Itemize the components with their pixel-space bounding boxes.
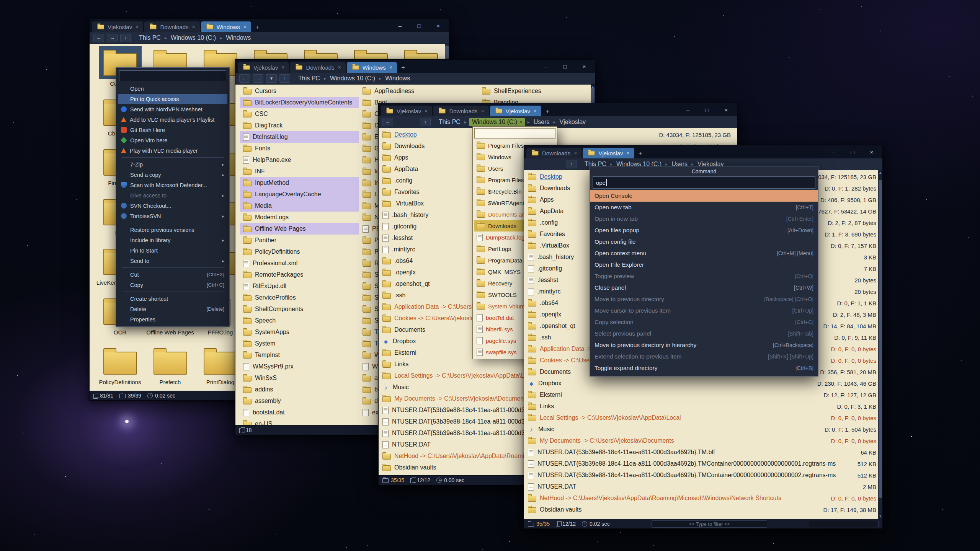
tab-bar[interactable]: Vjekoslav×Downloads×Windows×+–□× <box>235 60 595 73</box>
scrollbar-thumb[interactable] <box>879 180 882 498</box>
minimize-button[interactable]: – <box>543 63 549 70</box>
maximize-button[interactable]: □ <box>704 107 710 113</box>
tab-vjekoslav[interactable]: Vjekoslav× <box>381 106 432 116</box>
nav-back-button[interactable]: ← <box>382 118 393 126</box>
command-item-copy-selection[interactable]: Copy selection[Ctrl+C] <box>590 316 818 328</box>
file-row[interactable]: SystemApps <box>240 326 359 338</box>
scroll-down-icon[interactable]: ▼ <box>878 514 882 519</box>
breadcrumb-this-pc[interactable]: This PC <box>437 118 462 126</box>
nav-up-button[interactable]: ↑ <box>279 74 290 83</box>
tab-windows[interactable]: Windows× <box>201 21 251 32</box>
breadcrumb-windows-10-c[interactable]: Windows 10 (C:)▾ <box>469 118 525 126</box>
file-row[interactable]: Panther <box>240 235 359 246</box>
file-row[interactable]: assembly <box>240 395 359 407</box>
menu-item-tortoisesvn[interactable]: TortoiseSVN▸ <box>118 211 227 221</box>
scroll-up-icon[interactable]: ▲ <box>878 170 882 175</box>
command-item-open-console[interactable]: Open Console <box>590 190 818 202</box>
breadcrumb-windows[interactable]: Windows <box>224 34 252 42</box>
nav-back-button[interactable]: ← <box>239 74 250 83</box>
tab-close-icon[interactable]: × <box>534 108 537 114</box>
file-row[interactable]: EksterniD: 12, F: 127, 12 GB <box>524 389 882 401</box>
menu-item-send-with-nordvpn-meshnet[interactable]: Send with NordVPN Meshnet <box>118 104 227 114</box>
new-tab-button[interactable]: + <box>635 148 645 158</box>
breadcrumb-vjekoslav[interactable]: Vjekoslav <box>558 118 587 126</box>
file-row[interactable]: NTUSER.DAT2 MB <box>524 481 882 492</box>
close-button[interactable]: × <box>435 23 441 29</box>
menu-item-play-with-vlc-media-player[interactable]: Play with VLC media player <box>118 145 227 156</box>
file-row[interactable]: ◆DropboxD: 230, F: 1043, 46 GB <box>524 378 882 389</box>
command-item-toggle-expand-directory[interactable]: Toggle expand directory[Ctrl+B] <box>590 362 818 374</box>
file-row[interactable]: WinSxS <box>240 372 359 384</box>
maximize-button[interactable]: □ <box>849 149 856 155</box>
file-row[interactable]: HelpPane.exe <box>240 154 359 166</box>
menu-item-pin-to-start[interactable]: Pin to Start <box>118 245 227 256</box>
command-input[interactable]: ope <box>593 176 815 189</box>
tab-bar[interactable]: Vjekoslav×Downloads×Vjekoslav×+–□× <box>379 103 737 116</box>
breadcrumb-windows[interactable]: Windows <box>384 75 412 82</box>
new-tab-button[interactable]: + <box>252 22 262 32</box>
tab-downloads[interactable]: Downloads× <box>526 148 581 158</box>
command-item-select-previous-panel[interactable]: Select previous panel[Shift+Tab] <box>590 328 818 339</box>
file-row[interactable]: bootstat.dat <box>240 407 359 418</box>
file-row[interactable]: NTUSER.DAT{53b39e88-18c4-11ea-a811-000d3… <box>524 447 882 458</box>
tab-vjekoslav[interactable]: Vjekoslav× <box>583 148 634 158</box>
nav-fwd-button[interactable]: → <box>107 34 118 42</box>
tab-downloads[interactable]: Downloads× <box>433 106 488 116</box>
tab-close-icon[interactable]: × <box>192 24 195 30</box>
file-row[interactable]: Cursors <box>240 85 359 97</box>
file-row[interactable]: LinksD: 0, F: 3, 1 KB <box>524 401 882 412</box>
maximize-button[interactable]: □ <box>562 63 568 70</box>
file-row[interactable]: BitLockerDiscoveryVolumeContents <box>240 97 359 108</box>
close-button[interactable]: × <box>723 107 729 113</box>
file-row[interactable]: LanguageOverlayCache <box>240 189 359 200</box>
file-row[interactable]: addins <box>240 384 359 395</box>
menu-item-cut[interactable]: Cut[Ctrl+X] <box>118 269 227 280</box>
file-row[interactable]: Professional.xml <box>240 258 359 269</box>
file-row[interactable]: AppReadiness <box>359 85 478 97</box>
status-input[interactable] <box>809 521 879 527</box>
menu-item-pin-to-quick-access[interactable]: Pin to Quick access <box>118 94 227 104</box>
tab-windows[interactable]: Windows× <box>347 62 397 73</box>
menu-item-git-bash-here[interactable]: Git Bash Here <box>118 125 227 135</box>
command-item-extend-selection-to-previous-item[interactable]: Extend selection to previous item[Shift+… <box>590 351 818 362</box>
breadcrumb-windows-10-c[interactable]: Windows 10 (C:) <box>328 75 377 82</box>
tab-close-icon[interactable]: × <box>627 150 630 156</box>
dropdown-filter-input[interactable] <box>474 128 555 139</box>
tab-downloads[interactable]: Downloads× <box>290 62 345 73</box>
grid-item[interactable]: PolicyDefinitions <box>95 345 145 391</box>
nav-up-button[interactable]: ↑ <box>120 34 131 42</box>
scrollbar[interactable]: ▲▼ <box>878 170 882 519</box>
menu-item-add-to-vlc-media-player-s-playlist[interactable]: Add to VLC media player's Playlist <box>118 114 227 125</box>
tab-vjekoslav[interactable]: Vjekoslav× <box>490 106 541 116</box>
filter-box[interactable]: >> Type to filter << <box>652 520 767 528</box>
command-item-move-to-previous-directory[interactable]: Move to previous directory[Backspace] [C… <box>590 293 818 305</box>
menu-item-copy[interactable]: Copy[Ctrl+C] <box>118 280 227 290</box>
menu-item-properties[interactable]: Properties <box>118 314 227 324</box>
tab-close-icon[interactable]: × <box>281 64 284 70</box>
file-row[interactable]: System <box>240 338 359 349</box>
maximize-button[interactable]: □ <box>416 23 422 29</box>
menu-item-7-zip[interactable]: 7-Zip▸ <box>118 159 227 170</box>
minimize-button[interactable]: – <box>397 23 403 29</box>
minimize-button[interactable]: – <box>830 149 836 155</box>
nav-back-button[interactable]: ← <box>93 34 104 42</box>
file-row[interactable]: InputMethod <box>240 177 359 189</box>
file-row[interactable]: ShellComponents <box>240 303 359 315</box>
menu-item-create-shortcut[interactable]: Create shortcut <box>118 293 227 304</box>
context-menu-filter-input[interactable] <box>119 70 226 81</box>
menu-item-open[interactable]: Open <box>118 83 227 94</box>
breadcrumb-users[interactable]: Users <box>532 118 551 126</box>
file-row[interactable]: DesktopD: 43034, F: 125185, 23 GB <box>379 129 737 140</box>
tab-vjekoslav[interactable]: Vjekoslav× <box>92 21 143 32</box>
command-item-move-to-previous-directory-in-hierarchy[interactable]: Move to previous directory in hierarchy[… <box>590 339 818 351</box>
file-row[interactable]: Speech <box>240 315 359 326</box>
file-row[interactable]: ♪MusicD: 0, F: 1, 504 bytes <box>524 424 882 435</box>
command-item-open-config-file[interactable]: Open config file <box>590 236 818 248</box>
tab-close-icon[interactable]: × <box>481 108 484 114</box>
menu-item-scan-with-microsoft-defender[interactable]: Scan with Microsoft Defender... <box>118 180 227 190</box>
tab-bar[interactable]: Downloads×Vjekoslav×+–□× <box>524 145 882 158</box>
file-row[interactable]: RtlExUpd.dll <box>240 280 359 292</box>
new-tab-button[interactable]: + <box>398 63 408 73</box>
file-row[interactable]: Fonts <box>240 143 359 154</box>
tab-close-icon[interactable]: × <box>389 64 392 70</box>
